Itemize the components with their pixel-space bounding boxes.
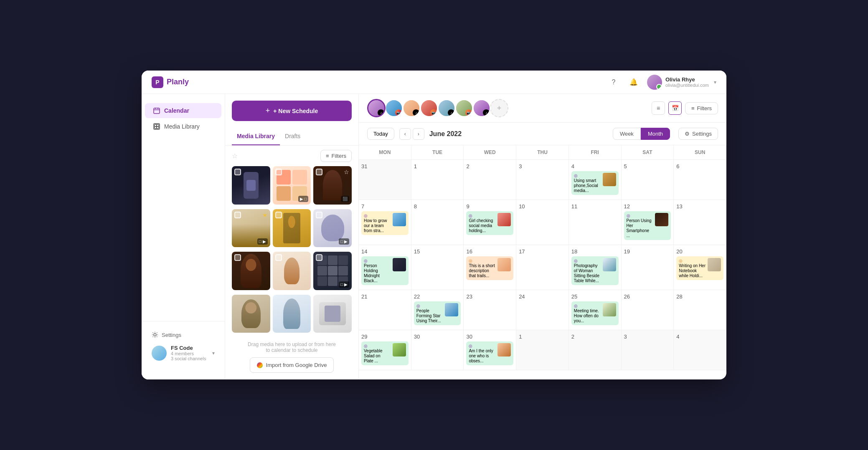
profile-bubble-3[interactable]: ♪ [402, 99, 421, 117]
thumb-checkbox-9[interactable] [316, 254, 322, 261]
week-view-button[interactable]: Week [613, 128, 641, 140]
cal-cell-17[interactable]: 17 [516, 245, 569, 290]
cal-cell-9[interactable]: 9 ◎ Girl checking social media holding..… [464, 200, 516, 245]
cal-event-wed9[interactable]: ◎ Girl checking social media holding... [466, 211, 513, 235]
thumb-star-4[interactable]: ★ [262, 212, 268, 218]
cal-event-sun20[interactable]: ◎ Writing on Her Notebook while Holdi... [676, 256, 723, 280]
user-menu[interactable]: Olivia Rhye olivia@untitledui.com ▾ [647, 75, 716, 90]
cal-cell-14[interactable]: 14 ◎ Person Holding Midnight Black... [359, 245, 411, 290]
cal-cell-22[interactable]: 22 ◎ People Forming Star Using Their... [411, 290, 464, 330]
cal-event-sat12[interactable]: ◎ Person Using Her Smartphone ... [624, 211, 671, 240]
list-view-icon[interactable]: ≡ [652, 101, 665, 115]
cal-cell-30-wed[interactable]: 30 ◎ Am I the only one who is obses... [464, 330, 516, 370]
cal-cell-29[interactable]: 29 ◎ Vegetable Salad on Plate ... [359, 330, 411, 370]
cal-cell-16[interactable]: 16 ◎ This is a short description that tr… [464, 245, 516, 290]
thumb-checkbox-8[interactable] [275, 254, 282, 261]
cal-cell-4-next[interactable]: 4 [674, 330, 726, 370]
cal-cell-20[interactable]: 20 ◎ Writing on Her Notebook while Holdi… [674, 245, 726, 290]
profile-bubble-4[interactable]: 📷 [420, 99, 438, 117]
cal-cell-2[interactable]: 2 [464, 160, 516, 200]
cal-event-wed16[interactable]: ◎ This is a short description that trail… [466, 256, 513, 280]
cal-cell-6[interactable]: 6 [674, 160, 726, 200]
media-thumb-1[interactable] [232, 166, 270, 205]
thumb-checkbox-7[interactable] [234, 254, 241, 261]
cal-cell-15[interactable]: 15 [411, 245, 464, 290]
cal-cell-3-next[interactable]: 3 [622, 330, 674, 370]
import-google-drive-button[interactable]: Import from Google Drive [250, 357, 334, 373]
cal-cell-13[interactable]: 13 [674, 200, 726, 245]
cal-cell-23[interactable]: 23 [464, 290, 516, 330]
workspace-selector[interactable]: FS Code 4 members 3 social channels ▾ [148, 341, 218, 364]
cal-cell-4[interactable]: 4 ◎ Using smart phone,Social media... [569, 160, 622, 200]
media-thumb-4[interactable]: ★ □ ▶ [232, 209, 270, 248]
profile-bubble-2[interactable]: 📷 [385, 99, 403, 117]
cal-cell-26[interactable]: 26 [622, 290, 674, 330]
cal-cell-7[interactable]: 7 ◎ How to grow our a team from stra... [359, 200, 411, 245]
cal-cell-11[interactable]: 11 [569, 200, 622, 245]
calendar-settings-button[interactable]: ⚙ Settings [678, 128, 718, 140]
media-thumb-9[interactable]: □ ▶ [313, 252, 352, 290]
cal-event-fri25[interactable]: ◎ Meeting time. How often do you... [571, 301, 619, 325]
cal-event-fri18[interactable]: ◎ Photography of Woman Sitting Beside Ta… [571, 256, 619, 285]
media-thumb-6[interactable]: □ ▶ [313, 209, 352, 248]
cal-cell-19[interactable]: 19 [622, 245, 674, 290]
today-button[interactable]: Today [367, 128, 394, 140]
calendar-view-icon[interactable]: 📅 [668, 101, 682, 115]
thumb-checkbox-2[interactable] [275, 169, 282, 175]
media-thumb-7[interactable] [232, 252, 270, 290]
cal-cell-30-tue[interactable]: 30 [411, 330, 464, 370]
thumb-checkbox-1[interactable] [234, 169, 241, 175]
media-thumb-12[interactable] [313, 295, 352, 333]
thumb-checkbox-3[interactable] [316, 169, 322, 175]
media-thumb-2[interactable]: ▶ □ [273, 166, 311, 205]
cal-cell-25[interactable]: 25 ◎ Meeting time. How often do you... [569, 290, 622, 330]
cal-cell-21[interactable]: 21 [359, 290, 411, 330]
cal-event-mon29[interactable]: ◎ Vegetable Salad on Plate ... [361, 341, 409, 365]
cal-cell-28[interactable]: 28 [674, 290, 726, 330]
cal-cell-5[interactable]: 5 [622, 160, 674, 200]
help-icon[interactable]: ? [607, 76, 620, 89]
cal-cell-10[interactable]: 10 [516, 200, 569, 245]
thumb-star-3[interactable]: ☆ [344, 169, 349, 175]
filters-button[interactable]: ≡ Filters [320, 150, 352, 162]
media-thumb-10[interactable] [232, 295, 270, 333]
tab-media-library[interactable]: Media Library [232, 128, 280, 145]
media-thumb-3[interactable]: ☆ ⬛ [313, 166, 352, 205]
settings-item[interactable]: Settings [148, 328, 218, 341]
profile-bubble-6[interactable]: 📷 [455, 99, 473, 117]
media-thumb-11[interactable] [273, 295, 311, 333]
month-view-button[interactable]: Month [641, 128, 670, 140]
tab-drafts[interactable]: Drafts [280, 128, 305, 145]
thumb-checkbox-5[interactable] [275, 212, 282, 218]
cal-cell-3[interactable]: 3 [516, 160, 569, 200]
sidebar-item-calendar[interactable]: Calendar [145, 103, 221, 118]
cal-cell-1[interactable]: 1 [411, 160, 464, 200]
profile-bubble-1[interactable]: ♪ [367, 99, 386, 117]
profile-bubble-7[interactable]: ♪ [472, 99, 491, 117]
media-thumb-5[interactable] [273, 209, 311, 248]
cal-event-fri4[interactable]: ◎ Using smart phone,Social media... [571, 171, 619, 195]
cal-event-tue22[interactable]: ◎ People Forming Star Using Their... [414, 301, 461, 325]
next-month-button[interactable]: › [413, 128, 424, 140]
cal-event-mon7[interactable]: ◎ How to grow our a team from stra... [361, 211, 409, 235]
media-thumb-8[interactable] [273, 252, 311, 290]
cal-cell-24[interactable]: 24 [516, 290, 569, 330]
cal-cell-2-next[interactable]: 2 [569, 330, 622, 370]
star-icon[interactable]: ☆ [232, 152, 238, 160]
add-profile-button[interactable]: + [490, 99, 508, 117]
profile-bubble-5[interactable]: ♪ [437, 99, 456, 117]
cal-event-wed30[interactable]: ◎ Am I the only one who is obses... [466, 341, 513, 365]
cal-cell-31-prev[interactable]: 31 [359, 160, 411, 200]
cal-cell-18[interactable]: 18 ◎ Photography of Woman Sitting Beside… [569, 245, 622, 290]
sidebar-item-media-library[interactable]: Media Library [145, 119, 221, 134]
cal-cell-1-next[interactable]: 1 [516, 330, 569, 370]
cal-event-mon14[interactable]: ◎ Person Holding Midnight Black... [361, 256, 409, 285]
thumb-checkbox-6[interactable] [316, 212, 322, 218]
new-schedule-button[interactable]: + + New Schedule [232, 101, 352, 121]
cal-cell-8[interactable]: 8 [411, 200, 464, 245]
notifications-icon[interactable]: 🔔 [627, 76, 640, 89]
filters-button-calendar[interactable]: ≡ Filters [685, 102, 718, 114]
cal-cell-12[interactable]: 12 ◎ Person Using Her Smartphone ... [622, 200, 674, 245]
prev-month-button[interactable]: ‹ [399, 128, 411, 140]
thumb-checkbox-4[interactable] [234, 212, 241, 218]
